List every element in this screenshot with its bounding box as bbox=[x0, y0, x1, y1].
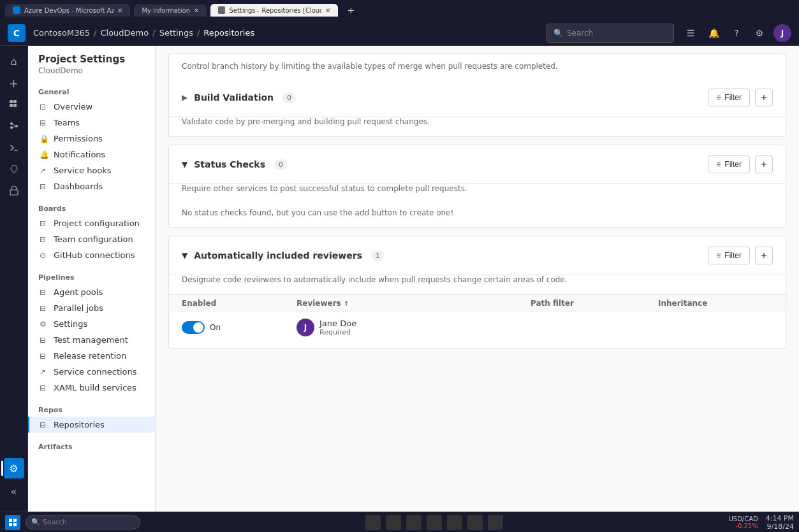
browser-tab-3[interactable]: Settings - Repositories [Cloud... ✕ bbox=[210, 4, 338, 17]
notification-icon-btn[interactable]: 🔔 bbox=[705, 24, 722, 42]
sidebar-item-dashboards[interactable]: ⊟ Dashboards bbox=[28, 178, 155, 194]
taskbar-app-4[interactable] bbox=[427, 515, 442, 530]
build-validation-filter-btn[interactable]: ≡ Filter bbox=[708, 89, 750, 106]
sidebar-item-service-hooks[interactable]: ↗ Service hooks bbox=[28, 162, 155, 178]
table-header: Enabled Reviewers ↑ Path filter Inherita… bbox=[169, 294, 786, 312]
sidebar-item-parallel-jobs[interactable]: ⊟ Parallel jobs bbox=[28, 300, 155, 316]
search-box[interactable]: 🔍 Search bbox=[546, 24, 674, 43]
svg-rect-8 bbox=[9, 519, 12, 522]
build-validation-add-btn[interactable]: + bbox=[755, 89, 773, 106]
breadcrumb-item-1[interactable]: ContosoM365 bbox=[33, 28, 90, 38]
iconbar-item-boards[interactable] bbox=[4, 94, 24, 115]
auto-reviewers-desc: Designate code reviewers to automaticall… bbox=[169, 275, 786, 294]
sidebar-item-service-connections[interactable]: ↗ Service connections bbox=[28, 364, 155, 380]
start-button[interactable] bbox=[5, 515, 20, 530]
filter-icon-2: ≡ bbox=[716, 160, 721, 169]
sidebar-item-test-management[interactable]: ⊟ Test management bbox=[28, 332, 155, 348]
user-avatar[interactable]: J bbox=[773, 24, 791, 42]
sort-arrow-icon: ↑ bbox=[344, 300, 349, 307]
build-validation-desc: Validate code by pre-merging and buildin… bbox=[169, 117, 786, 136]
taskbar-search[interactable]: 🔍 Search bbox=[26, 515, 140, 529]
filter-icon-3: ≡ bbox=[716, 251, 721, 260]
iconbar-item-artifacts[interactable] bbox=[4, 181, 24, 201]
app-logo[interactable]: C bbox=[8, 24, 26, 42]
sidebar: Project Settings CloudDemo General ⊡ Ove… bbox=[28, 46, 156, 512]
breadcrumb-item-3[interactable]: Settings bbox=[159, 28, 193, 38]
build-validation-header[interactable]: ▶ Build Validation 0 ≡ Filter + bbox=[169, 78, 786, 117]
new-tab-button[interactable]: + bbox=[342, 5, 360, 15]
taskbar-app-7[interactable] bbox=[488, 515, 503, 530]
tab-label-2: My Information bbox=[142, 7, 190, 14]
status-checks-chevron: ▼ bbox=[182, 160, 187, 169]
status-checks-add-btn[interactable]: + bbox=[755, 155, 773, 173]
browser-tab-2[interactable]: My Information ✕ bbox=[134, 4, 207, 17]
status-checks-actions: ≡ Filter + bbox=[708, 155, 773, 173]
sidebar-item-permissions[interactable]: 🔒 Permissions bbox=[28, 131, 155, 147]
sidebar-item-repositories[interactable]: ⊟ Repositories bbox=[28, 417, 155, 433]
browser-tab-1[interactable]: Azure DevOps - Microsoft Azure ✕ bbox=[5, 4, 130, 17]
sidebar-item-notifications[interactable]: 🔔 Notifications bbox=[28, 147, 155, 162]
nav-icons: ☰ 🔔 ? ⚙ J bbox=[682, 24, 791, 42]
taskbar-app-6[interactable] bbox=[467, 515, 483, 530]
repos-section-header: Repos bbox=[28, 401, 155, 417]
tab-favicon-3 bbox=[218, 6, 225, 14]
breadcrumb-item-4[interactable]: Repositories bbox=[203, 28, 254, 38]
top-navigation: C ContosoM365 / CloudDemo / Settings / R… bbox=[0, 20, 799, 46]
iconbar-item-settings[interactable]: ⚙ bbox=[4, 458, 24, 478]
auto-reviewers-card: ▼ Automatically included reviewers 1 ≡ F… bbox=[168, 236, 786, 349]
iconbar-item-testing[interactable] bbox=[4, 159, 24, 180]
breadcrumb-item-2[interactable]: CloudDemo bbox=[100, 28, 149, 38]
sidebar-item-github-connections[interactable]: ⊙ GitHub connections bbox=[28, 247, 155, 263]
build-validation-title: Build Validation bbox=[194, 92, 274, 103]
sidebar-item-overview[interactable]: ⊡ Overview bbox=[28, 99, 155, 115]
toggle-wrapper: On bbox=[182, 321, 297, 334]
menu-icon-btn[interactable]: ☰ bbox=[682, 24, 700, 42]
status-checks-header[interactable]: ▼ Status Checks 0 ≡ Filter + bbox=[169, 145, 786, 183]
svg-rect-2 bbox=[10, 104, 13, 107]
auto-reviewers-add-btn[interactable]: + bbox=[755, 247, 773, 264]
taskbar-app-2[interactable] bbox=[386, 515, 401, 530]
sidebar-item-release-retention[interactable]: ⊟ Release retention bbox=[28, 348, 155, 364]
taskbar-app-5[interactable] bbox=[447, 515, 462, 530]
tab-close-1[interactable]: ✕ bbox=[117, 7, 122, 14]
build-validation-count: 0 bbox=[282, 92, 296, 103]
status-checks-filter-btn[interactable]: ≡ Filter bbox=[708, 155, 750, 173]
status-checks-empty: No status checks found, but you can use … bbox=[169, 203, 786, 227]
sidebar-item-settings-pipelines[interactable]: ⚙ Settings bbox=[28, 316, 155, 332]
enabled-toggle[interactable] bbox=[182, 321, 205, 334]
reviewer-info: Jane Doe Required bbox=[319, 319, 356, 336]
build-validation-actions: ≡ Filter + bbox=[708, 89, 773, 106]
col-enabled: Enabled bbox=[182, 299, 297, 308]
taskbar-right: USD/CAD -0.21% 4:14 PM 9/18/24 bbox=[728, 514, 794, 531]
iconbar-item-home[interactable]: ⌂ bbox=[4, 51, 24, 71]
pipelines-section-header: Pipelines bbox=[28, 268, 155, 284]
reviewers-table: Enabled Reviewers ↑ Path filter Inherita… bbox=[169, 294, 786, 348]
sidebar-item-agent-pools[interactable]: ⊟ Agent pools bbox=[28, 284, 155, 300]
sidebar-item-teams[interactable]: ⊞ Teams bbox=[28, 115, 155, 131]
taskbar-app-3[interactable] bbox=[406, 515, 421, 530]
sidebar-item-xaml-build[interactable]: ⊟ XAML build services bbox=[28, 380, 155, 396]
iconbar-item-pipelines[interactable] bbox=[4, 138, 24, 158]
main-layout: ⌂ + ⚙ « Project Settings CloudDemo Gener… bbox=[0, 46, 799, 512]
iconbar-item-add[interactable]: + bbox=[4, 73, 24, 93]
col-path-filter: Path filter bbox=[531, 299, 658, 308]
help-icon-btn[interactable]: ? bbox=[728, 24, 745, 42]
col-reviewers[interactable]: Reviewers ↑ bbox=[297, 299, 531, 308]
sidebar-item-project-configuration[interactable]: ⊟ Project configuration bbox=[28, 215, 155, 231]
sidebar-item-team-configuration[interactable]: ⊟ Team configuration bbox=[28, 231, 155, 247]
artifacts-section-header: Artifacts bbox=[28, 438, 155, 454]
status-checks-card: ▼ Status Checks 0 ≡ Filter + Require oth… bbox=[168, 145, 786, 228]
icon-bar: ⌂ + ⚙ « bbox=[0, 46, 28, 512]
auto-reviewers-filter-btn[interactable]: ≡ Filter bbox=[708, 247, 750, 264]
svg-rect-10 bbox=[9, 523, 12, 526]
iconbar-item-repos[interactable] bbox=[4, 116, 24, 136]
breadcrumb: ContosoM365 / CloudDemo / Settings / Rep… bbox=[33, 28, 254, 38]
tab-close-2[interactable]: ✕ bbox=[194, 7, 199, 14]
taskbar-app-1[interactable] bbox=[365, 515, 381, 530]
settings-icon-btn[interactable]: ⚙ bbox=[751, 24, 768, 42]
auto-reviewers-header[interactable]: ▼ Automatically included reviewers 1 ≡ F… bbox=[169, 236, 786, 275]
taskbar-apps bbox=[145, 515, 723, 530]
currency-info: USD/CAD -0.21% bbox=[728, 515, 758, 529]
tab-close-3[interactable]: ✕ bbox=[325, 7, 330, 14]
iconbar-item-collapse[interactable]: « bbox=[4, 481, 24, 501]
